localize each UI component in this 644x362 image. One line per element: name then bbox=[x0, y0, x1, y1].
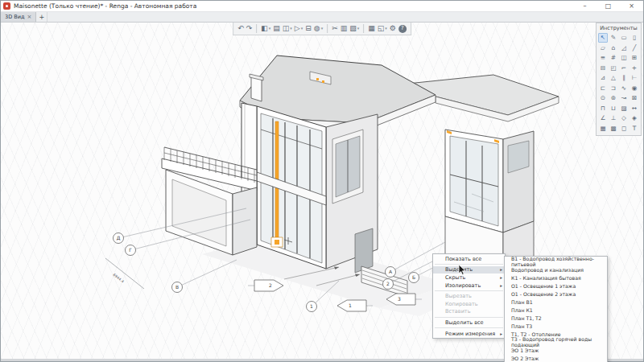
duct-fitting-tool-icon[interactable]: ⊐ bbox=[609, 84, 618, 93]
submenu-item-label: План Т3 bbox=[511, 323, 532, 329]
settings-wrench-icon[interactable]: ⚙ bbox=[390, 25, 396, 32]
assembly-tool-icon[interactable]: ⊔ bbox=[609, 104, 618, 113]
menu-item-вырезать[interactable]: Вырезать bbox=[433, 292, 505, 300]
foundation-tool-icon[interactable]: ⊓ bbox=[598, 104, 608, 113]
help-icon[interactable]: ? bbox=[398, 25, 407, 33]
axis-tool-icon[interactable]: + bbox=[630, 64, 639, 73]
menu-item-скрыть[interactable]: Скрыть▸ bbox=[433, 274, 505, 282]
level-tool-icon[interactable]: ⌐ bbox=[619, 64, 629, 73]
submenu-item[interactable]: ЭО 1 Этаж bbox=[505, 346, 607, 354]
railing-tool-icon[interactable]: # bbox=[609, 53, 618, 63]
angular-dimension-tool-icon[interactable]: ∠ bbox=[598, 113, 608, 123]
table-tool-icon[interactable]: ▦ bbox=[598, 124, 608, 134]
toolbar-separator bbox=[256, 24, 257, 33]
visual-style-icon[interactable]: ◧▾ bbox=[261, 25, 270, 32]
wall-tool-icon[interactable]: ▭ bbox=[619, 33, 629, 43]
floor-tool-icon[interactable]: ▱ bbox=[598, 43, 608, 53]
measure-tool-icon[interactable]: ✎ bbox=[609, 33, 618, 43]
collaboration-icon[interactable]: ◍▾ bbox=[314, 25, 323, 32]
tab-3d-view[interactable]: 3D Вид × bbox=[1, 12, 36, 22]
dropdown-caret-icon[interactable]: ▾ bbox=[269, 27, 271, 31]
beam-tool-icon[interactable]: ╱ bbox=[630, 43, 639, 53]
mark-tool-icon[interactable]: ◇ bbox=[619, 113, 629, 123]
menu-separator bbox=[435, 290, 503, 291]
menu-item-label: Режим измерения bbox=[445, 331, 495, 337]
tools-panel-title: Инструменты bbox=[598, 25, 639, 31]
submenu-item[interactable]: О1 - Освещение 2 этажа bbox=[505, 290, 607, 298]
minimize-button[interactable]: – bbox=[573, 1, 597, 11]
submenu-item[interactable]: Водопровод и канализация bbox=[505, 265, 607, 274]
duct-tool-icon[interactable]: ⊏ bbox=[598, 84, 608, 93]
tab-close-icon[interactable]: × bbox=[27, 14, 31, 20]
dropdown-caret-icon[interactable]: ▾ bbox=[357, 27, 360, 31]
open-project-icon[interactable]: ▤ bbox=[273, 25, 280, 32]
elevation-tool-icon[interactable]: △ bbox=[609, 73, 618, 83]
section-tool-icon[interactable]: ⊿ bbox=[598, 73, 608, 83]
select-tool-icon[interactable]: ↖ bbox=[598, 33, 608, 43]
electric-line-tool-icon[interactable]: ∿ bbox=[619, 84, 629, 93]
cut-icon[interactable]: ✂ bbox=[332, 25, 338, 32]
save-icon[interactable]: ◫▾ bbox=[283, 25, 292, 32]
image-tool-icon[interactable]: ◻ bbox=[619, 124, 629, 134]
column-tool-icon[interactable]: ▯ bbox=[630, 33, 639, 43]
paste-icon[interactable]: ▧▾ bbox=[349, 25, 359, 32]
specification-icon[interactable]: ▦ bbox=[368, 25, 375, 32]
print-icon[interactable]: ⊟ bbox=[305, 25, 312, 32]
hatch-tool-icon[interactable]: ▨ bbox=[619, 104, 629, 113]
ramp-tool-icon[interactable]: ◿ bbox=[619, 43, 629, 53]
submenu-item-label: План В1 bbox=[511, 299, 533, 305]
drawing-tool-icon[interactable]: ▩ bbox=[609, 124, 618, 134]
submenu-item[interactable]: ЭО 2 Этаж bbox=[505, 354, 607, 362]
menu-item-label: Вырезать bbox=[445, 293, 472, 299]
submenu-item[interactable]: К1 - Канализация бытовая bbox=[505, 274, 607, 282]
menu-item-копировать[interactable]: Копировать bbox=[433, 300, 505, 308]
submenu-item-label: ЭО 1 Этаж bbox=[511, 348, 539, 353]
lighting-tool-icon[interactable]: ◉ bbox=[630, 84, 639, 93]
submenu-item-label: О1 - Освещение 1 этажа bbox=[511, 283, 576, 289]
menu-item-вставить[interactable]: Вставить bbox=[433, 308, 505, 316]
redo-icon[interactable]: ↷ bbox=[246, 25, 253, 32]
pipe-fitting-tool-icon[interactable]: ⊢ bbox=[630, 73, 639, 83]
category-tool-icon[interactable]: ◈ bbox=[630, 113, 639, 123]
shaft-tool-icon[interactable]: ⊠ bbox=[630, 93, 639, 103]
close-button[interactable]: × bbox=[620, 1, 643, 11]
dropdown-caret-icon[interactable]: ▾ bbox=[301, 27, 303, 31]
room-tool-icon[interactable]: ◰ bbox=[609, 64, 618, 73]
text-tool-icon[interactable]: T bbox=[630, 124, 639, 134]
stairs-tool-icon[interactable]: ≡ bbox=[598, 53, 608, 63]
submenu-item[interactable]: Т3 - Водопровод горячей воды подающий bbox=[505, 338, 607, 346]
roof-tool-icon[interactable]: ⌂ bbox=[609, 43, 618, 53]
dropdown-caret-icon[interactable]: ▾ bbox=[385, 27, 387, 31]
pipe-tool-icon[interactable]: ∥ bbox=[619, 73, 629, 83]
svg-text:2: 2 bbox=[269, 282, 272, 288]
submenu-item[interactable]: План К1 bbox=[505, 306, 607, 314]
submenu-item[interactable]: План Т3 bbox=[505, 322, 607, 330]
submenu-item[interactable]: План Т1, Т2 bbox=[505, 314, 607, 322]
route-tool-icon[interactable]: ↝ bbox=[619, 93, 629, 103]
menu-item-выделить-все[interactable]: Выделить все bbox=[433, 319, 505, 327]
dropdown-caret-icon[interactable]: ▾ bbox=[321, 27, 324, 31]
menu-item-режим-измерения[interactable]: Режим измерения▸ bbox=[433, 330, 505, 338]
window-tool-icon[interactable]: ⊞ bbox=[630, 53, 639, 63]
undo-icon[interactable]: ↶ bbox=[237, 25, 244, 32]
elevation-mark-tool-icon[interactable]: ⊥ bbox=[609, 113, 618, 123]
submenu-item[interactable]: План В1 bbox=[505, 298, 607, 306]
maximize-button[interactable]: □ bbox=[597, 1, 620, 11]
dimension-tool-icon[interactable]: ↔ bbox=[630, 104, 639, 113]
menu-item-изолировать[interactable]: Изолировать▸ bbox=[433, 282, 505, 290]
door-tool-icon[interactable]: ◫ bbox=[619, 53, 629, 63]
opening-tool-icon[interactable]: ⊟ bbox=[598, 64, 608, 73]
windows-layout-icon[interactable]: ◱▾ bbox=[378, 25, 387, 32]
submenu-item[interactable]: О1 - Освещение 1 этажа bbox=[505, 282, 607, 290]
copy-icon[interactable]: ▥ bbox=[341, 25, 348, 32]
dropdown-caret-icon[interactable]: ▾ bbox=[290, 27, 292, 31]
export-icon[interactable]: ▷▾ bbox=[295, 25, 303, 32]
menu-item-показать-все[interactable]: Показать все bbox=[433, 255, 505, 263]
add-tab-button[interactable]: + bbox=[36, 12, 47, 22]
submenu-arrow-icon: ▸ bbox=[500, 283, 502, 288]
submenu-item[interactable]: В1 - Водопровод хозяйственно-питьевой bbox=[505, 257, 607, 265]
menu-item-выделить[interactable]: Выделить▸ bbox=[433, 266, 505, 274]
equipment-tool-icon[interactable]: ⊙ bbox=[598, 93, 608, 103]
plumbing-fixture-tool-icon[interactable]: ⊚ bbox=[609, 93, 618, 103]
app-window: Maisonette (Только чтение)* - Renga - Ав… bbox=[0, 0, 644, 362]
